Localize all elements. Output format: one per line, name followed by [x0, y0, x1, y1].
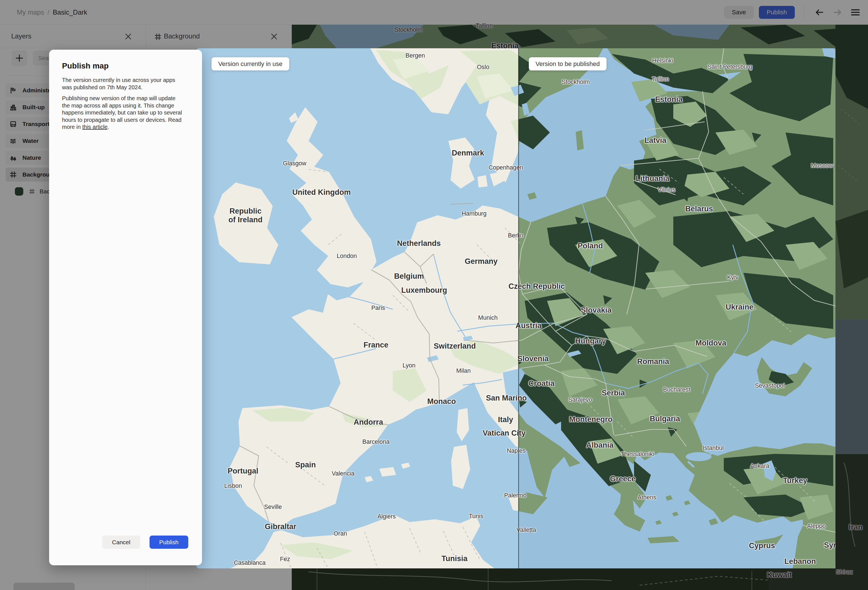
- modal-actions: Cancel Publish: [102, 535, 188, 549]
- modal-title: Publish map: [62, 62, 109, 71]
- modal-paragraph-2: Publishing new version of the map will u…: [62, 95, 182, 131]
- version-compare-panel: BergenOsloGlasgowDenmarkCopenhagenUnited…: [196, 48, 836, 568]
- modal-body: The version currently in use across your…: [62, 77, 182, 131]
- modal-paragraph-2-text: Publishing new version of the map will u…: [62, 95, 182, 130]
- publish-button-modal[interactable]: Publish: [149, 535, 188, 549]
- europe-map[interactable]: [196, 48, 836, 568]
- publish-map-modal: Publish map The version currently in use…: [49, 50, 202, 565]
- cancel-button[interactable]: Cancel: [102, 535, 140, 549]
- current-version-badge: Version currently in use: [211, 57, 289, 71]
- compare-divider[interactable]: [518, 48, 519, 568]
- app-window: My maps / Basic_Dark Save Publish Layers: [0, 0, 868, 590]
- this-article-link[interactable]: this article: [82, 124, 108, 130]
- modal-paragraph-1: The version currently in use across your…: [62, 77, 182, 91]
- modal-paragraph-2-period: .: [108, 124, 109, 130]
- new-version-badge: Version to be published: [529, 57, 607, 71]
